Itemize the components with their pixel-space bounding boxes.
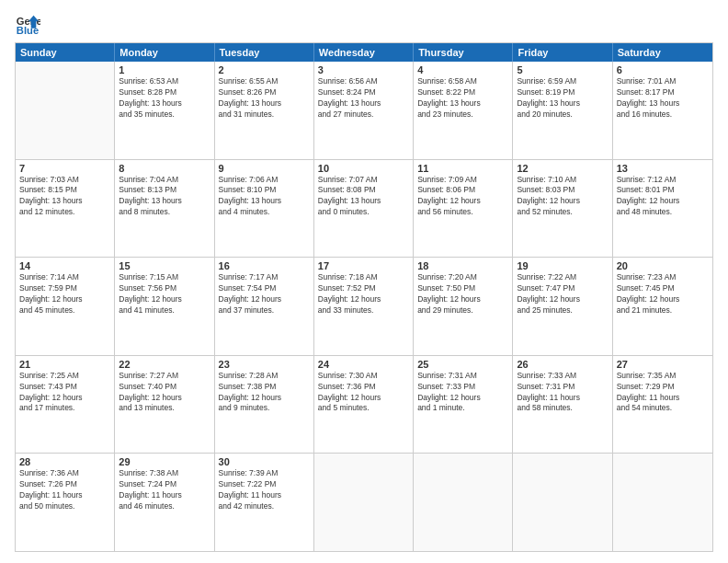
day-number: 15 bbox=[119, 260, 210, 271]
calendar-cell: 7Sunrise: 7:03 AM Sunset: 8:15 PM Daylig… bbox=[16, 160, 115, 258]
day-info: Sunrise: 7:22 AM Sunset: 7:47 PM Dayligh… bbox=[517, 272, 608, 316]
day-number: 30 bbox=[219, 456, 310, 467]
calendar-cell: 10Sunrise: 7:07 AM Sunset: 8:08 PM Dayli… bbox=[314, 160, 414, 258]
day-info: Sunrise: 7:17 AM Sunset: 7:54 PM Dayligh… bbox=[219, 272, 310, 316]
day-number: 17 bbox=[318, 260, 409, 271]
calendar-cell: 5Sunrise: 6:59 AM Sunset: 8:19 PM Daylig… bbox=[513, 62, 612, 159]
day-info: Sunrise: 6:55 AM Sunset: 8:26 PM Dayligh… bbox=[219, 76, 310, 121]
calendar-cell: 9Sunrise: 7:06 AM Sunset: 8:10 PM Daylig… bbox=[215, 160, 314, 258]
calendar-cell: 29Sunrise: 7:38 AM Sunset: 7:24 PM Dayli… bbox=[115, 454, 214, 551]
calendar-cell: 8Sunrise: 7:04 AM Sunset: 8:13 PM Daylig… bbox=[115, 160, 214, 258]
weekday-header: Friday bbox=[513, 43, 612, 62]
day-info: Sunrise: 6:53 AM Sunset: 8:28 PM Dayligh… bbox=[119, 76, 210, 121]
day-number: 8 bbox=[119, 163, 210, 174]
day-info: Sunrise: 6:58 AM Sunset: 8:22 PM Dayligh… bbox=[417, 76, 508, 121]
logo-icon: General Blue bbox=[15, 11, 40, 37]
calendar-cell: 1Sunrise: 6:53 AM Sunset: 8:28 PM Daylig… bbox=[115, 62, 214, 159]
calendar-cell: 27Sunrise: 7:35 AM Sunset: 7:29 PM Dayli… bbox=[613, 356, 712, 454]
calendar-cell bbox=[314, 454, 414, 551]
day-info: Sunrise: 7:33 AM Sunset: 7:31 PM Dayligh… bbox=[517, 371, 608, 415]
day-info: Sunrise: 7:01 AM Sunset: 8:17 PM Dayligh… bbox=[617, 76, 709, 121]
day-number: 23 bbox=[219, 359, 310, 370]
calendar-cell: 24Sunrise: 7:30 AM Sunset: 7:36 PM Dayli… bbox=[314, 356, 414, 454]
calendar-cell: 3Sunrise: 6:56 AM Sunset: 8:24 PM Daylig… bbox=[314, 62, 414, 159]
day-number: 6 bbox=[617, 64, 709, 75]
day-info: Sunrise: 7:28 AM Sunset: 7:38 PM Dayligh… bbox=[219, 371, 310, 415]
day-number: 3 bbox=[318, 64, 409, 75]
weekday-header: Sunday bbox=[16, 43, 115, 62]
day-number: 27 bbox=[617, 359, 709, 370]
weekday-header: Thursday bbox=[414, 43, 513, 62]
page-header: General Blue bbox=[15, 11, 713, 37]
day-info: Sunrise: 7:14 AM Sunset: 7:59 PM Dayligh… bbox=[19, 272, 110, 316]
calendar-cell: 20Sunrise: 7:23 AM Sunset: 7:45 PM Dayli… bbox=[613, 258, 712, 355]
day-number: 10 bbox=[318, 163, 409, 174]
calendar: SundayMondayTuesdayWednesdayThursdayFrid… bbox=[15, 42, 713, 552]
day-number: 14 bbox=[19, 260, 110, 271]
day-info: Sunrise: 7:07 AM Sunset: 8:08 PM Dayligh… bbox=[318, 175, 409, 219]
calendar-cell: 14Sunrise: 7:14 AM Sunset: 7:59 PM Dayli… bbox=[16, 258, 115, 355]
day-number: 24 bbox=[318, 359, 409, 370]
day-number: 25 bbox=[417, 359, 508, 370]
day-number: 13 bbox=[617, 163, 709, 174]
calendar-cell bbox=[613, 454, 712, 551]
calendar-cell: 25Sunrise: 7:31 AM Sunset: 7:33 PM Dayli… bbox=[414, 356, 513, 454]
day-info: Sunrise: 7:15 AM Sunset: 7:56 PM Dayligh… bbox=[119, 272, 210, 316]
calendar-cell: 13Sunrise: 7:12 AM Sunset: 8:01 PM Dayli… bbox=[613, 160, 712, 258]
day-info: Sunrise: 7:18 AM Sunset: 7:52 PM Dayligh… bbox=[318, 272, 409, 316]
day-number: 26 bbox=[517, 359, 608, 370]
day-number: 5 bbox=[517, 64, 608, 75]
weekday-header: Monday bbox=[115, 43, 214, 62]
day-info: Sunrise: 7:12 AM Sunset: 8:01 PM Dayligh… bbox=[617, 175, 709, 219]
day-info: Sunrise: 7:09 AM Sunset: 8:06 PM Dayligh… bbox=[417, 175, 508, 219]
day-number: 20 bbox=[617, 260, 709, 271]
day-info: Sunrise: 7:38 AM Sunset: 7:24 PM Dayligh… bbox=[119, 468, 210, 512]
calendar-row: 21Sunrise: 7:25 AM Sunset: 7:43 PM Dayli… bbox=[16, 355, 712, 454]
day-info: Sunrise: 7:06 AM Sunset: 8:10 PM Dayligh… bbox=[219, 175, 310, 219]
day-number: 2 bbox=[219, 64, 310, 75]
day-number: 18 bbox=[417, 260, 508, 271]
calendar-cell: 21Sunrise: 7:25 AM Sunset: 7:43 PM Dayli… bbox=[16, 356, 115, 454]
weekday-header: Saturday bbox=[613, 43, 712, 62]
calendar-cell: 4Sunrise: 6:58 AM Sunset: 8:22 PM Daylig… bbox=[414, 62, 513, 159]
day-info: Sunrise: 7:03 AM Sunset: 8:15 PM Dayligh… bbox=[19, 175, 110, 219]
day-info: Sunrise: 7:10 AM Sunset: 8:03 PM Dayligh… bbox=[517, 175, 608, 219]
day-info: Sunrise: 7:35 AM Sunset: 7:29 PM Dayligh… bbox=[617, 371, 709, 415]
day-info: Sunrise: 7:27 AM Sunset: 7:40 PM Dayligh… bbox=[119, 371, 210, 415]
calendar-cell bbox=[16, 62, 115, 159]
day-number: 11 bbox=[417, 163, 508, 174]
day-number: 21 bbox=[19, 359, 110, 370]
calendar-header-row: SundayMondayTuesdayWednesdayThursdayFrid… bbox=[16, 43, 712, 62]
day-info: Sunrise: 7:36 AM Sunset: 7:26 PM Dayligh… bbox=[19, 468, 110, 512]
calendar-body: 1Sunrise: 6:53 AM Sunset: 8:28 PM Daylig… bbox=[16, 62, 712, 551]
logo: General Blue bbox=[15, 11, 44, 37]
calendar-row: 7Sunrise: 7:03 AM Sunset: 8:15 PM Daylig… bbox=[16, 159, 712, 258]
calendar-cell: 16Sunrise: 7:17 AM Sunset: 7:54 PM Dayli… bbox=[215, 258, 314, 355]
day-number: 19 bbox=[517, 260, 608, 271]
day-number: 9 bbox=[219, 163, 310, 174]
day-number: 22 bbox=[119, 359, 210, 370]
day-info: Sunrise: 7:30 AM Sunset: 7:36 PM Dayligh… bbox=[318, 371, 409, 415]
day-info: Sunrise: 6:59 AM Sunset: 8:19 PM Dayligh… bbox=[517, 76, 608, 121]
day-info: Sunrise: 7:39 AM Sunset: 7:22 PM Dayligh… bbox=[219, 468, 310, 512]
day-info: Sunrise: 7:23 AM Sunset: 7:45 PM Dayligh… bbox=[617, 272, 709, 316]
day-number: 1 bbox=[119, 64, 210, 75]
calendar-cell: 17Sunrise: 7:18 AM Sunset: 7:52 PM Dayli… bbox=[314, 258, 414, 355]
calendar-cell: 11Sunrise: 7:09 AM Sunset: 8:06 PM Dayli… bbox=[414, 160, 513, 258]
calendar-cell: 23Sunrise: 7:28 AM Sunset: 7:38 PM Dayli… bbox=[215, 356, 314, 454]
calendar-cell: 2Sunrise: 6:55 AM Sunset: 8:26 PM Daylig… bbox=[215, 62, 314, 159]
weekday-header: Tuesday bbox=[215, 43, 314, 62]
day-info: Sunrise: 7:04 AM Sunset: 8:13 PM Dayligh… bbox=[119, 175, 210, 219]
day-info: Sunrise: 6:56 AM Sunset: 8:24 PM Dayligh… bbox=[318, 76, 409, 121]
calendar-cell bbox=[513, 454, 612, 551]
day-number: 7 bbox=[19, 163, 110, 174]
calendar-cell: 15Sunrise: 7:15 AM Sunset: 7:56 PM Dayli… bbox=[115, 258, 214, 355]
calendar-cell bbox=[414, 454, 513, 551]
calendar-cell: 19Sunrise: 7:22 AM Sunset: 7:47 PM Dayli… bbox=[513, 258, 612, 355]
weekday-header: Wednesday bbox=[314, 43, 414, 62]
calendar-cell: 30Sunrise: 7:39 AM Sunset: 7:22 PM Dayli… bbox=[215, 454, 314, 551]
calendar-cell: 12Sunrise: 7:10 AM Sunset: 8:03 PM Dayli… bbox=[513, 160, 612, 258]
day-number: 12 bbox=[517, 163, 608, 174]
day-info: Sunrise: 7:25 AM Sunset: 7:43 PM Dayligh… bbox=[19, 371, 110, 415]
calendar-cell: 28Sunrise: 7:36 AM Sunset: 7:26 PM Dayli… bbox=[16, 454, 115, 551]
